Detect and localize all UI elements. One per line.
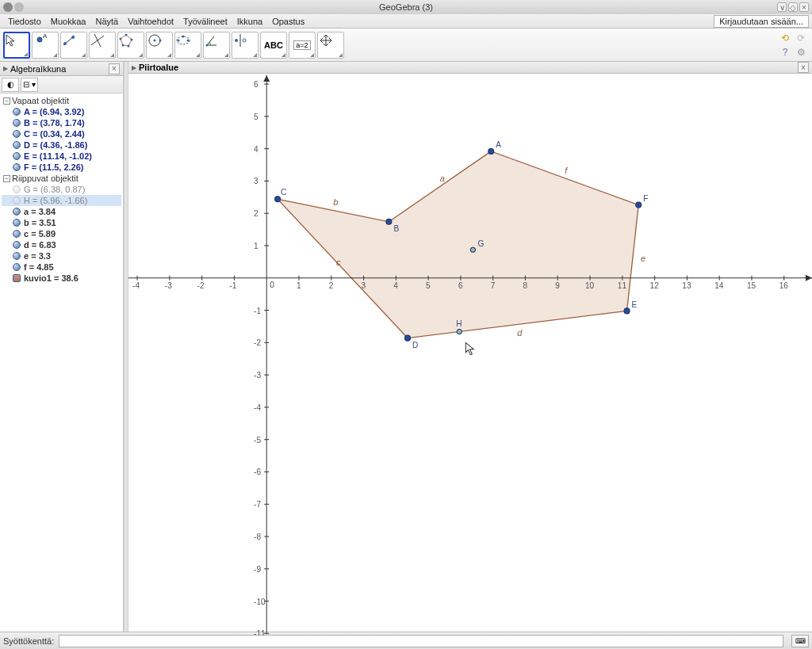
input-field[interactable] bbox=[59, 635, 783, 647]
menu-vaihtoehdot[interactable]: Vaihtoehdot bbox=[123, 17, 178, 26]
tick-label-x: 2 bbox=[329, 281, 334, 290]
menu-tyovalineet[interactable]: Työvälineet bbox=[178, 17, 232, 26]
visibility-icon[interactable] bbox=[13, 141, 21, 149]
menu-tiedosto[interactable]: Tiedosto bbox=[3, 17, 46, 26]
visibility-icon[interactable] bbox=[13, 263, 21, 271]
visibility-icon[interactable] bbox=[13, 219, 21, 227]
redo-icon[interactable]: ⟳ bbox=[795, 32, 807, 44]
tool-perpendicular[interactable] bbox=[89, 32, 116, 59]
tree-group[interactable]: −Vapaat objektit bbox=[2, 95, 121, 106]
tree-item[interactable]: C = (0.34, 2.44) bbox=[2, 128, 121, 139]
undo-icon[interactable]: ⟲ bbox=[779, 32, 791, 44]
graphics-panel-header[interactable]: ▶ Piirtoalue × bbox=[128, 62, 812, 74]
tool-move[interactable] bbox=[3, 32, 30, 59]
visibility-icon[interactable] bbox=[13, 163, 21, 171]
edge-label: a bbox=[440, 174, 445, 183]
point-label: H bbox=[456, 319, 462, 328]
tool-polygon[interactable] bbox=[117, 32, 144, 59]
tree-item[interactable]: a = 3.84 bbox=[2, 206, 121, 217]
signin-button[interactable]: Kirjaudutaan sisään... bbox=[714, 15, 809, 28]
graphics-panel-title: Piirtoalue bbox=[139, 63, 178, 72]
menu-muokkaa[interactable]: Muokkaa bbox=[46, 17, 91, 26]
visibility-icon[interactable] bbox=[13, 152, 21, 160]
window-minimize-icon[interactable] bbox=[14, 2, 24, 12]
tree-group[interactable]: −Riippuvat objektit bbox=[2, 173, 121, 184]
polygon[interactable] bbox=[278, 151, 638, 338]
settings-icon[interactable]: ⚙ bbox=[795, 46, 807, 59]
tool-text[interactable]: ABC bbox=[260, 32, 287, 59]
tool-line[interactable] bbox=[60, 32, 87, 59]
point-D[interactable] bbox=[405, 335, 411, 341]
algebra-close-icon[interactable]: × bbox=[109, 63, 120, 74]
menu-ikkuna[interactable]: Ikkuna bbox=[232, 17, 267, 26]
point-C[interactable] bbox=[275, 197, 281, 202]
point-G[interactable] bbox=[470, 247, 475, 252]
svg-point-3 bbox=[63, 42, 67, 45]
tree-expander-icon[interactable]: − bbox=[3, 175, 10, 182]
visibility-icon[interactable] bbox=[13, 130, 21, 138]
point-H[interactable] bbox=[457, 329, 462, 334]
tree-item[interactable]: E = (11.14, -1.02) bbox=[2, 151, 121, 162]
algebra-sort-dropdown[interactable]: ⊟ ▾ bbox=[21, 78, 38, 92]
tool-angle[interactable] bbox=[203, 32, 230, 59]
tree-item[interactable]: G = (6.38, 0.87) bbox=[2, 184, 121, 195]
tool-reflect[interactable] bbox=[232, 32, 259, 59]
svg-point-11 bbox=[122, 44, 124, 46]
graphics-close-icon[interactable]: × bbox=[798, 62, 809, 73]
graphics-canvas[interactable]: -4-3-2-1012345678910111213141516-11-10-9… bbox=[128, 74, 812, 636]
tree-item[interactable]: D = (4.36, -1.86) bbox=[2, 139, 121, 151]
tool-point[interactable]: A bbox=[32, 32, 59, 59]
tree-item[interactable]: d = 6.83 bbox=[2, 239, 121, 250]
visibility-icon[interactable] bbox=[13, 230, 21, 238]
point-label: G bbox=[477, 239, 484, 248]
tree-item[interactable]: A = (6.94, 3.92) bbox=[2, 106, 121, 117]
tree-item[interactable]: H = (5.96, -1.66) bbox=[2, 195, 121, 206]
point-A[interactable] bbox=[488, 148, 494, 154]
tool-conic[interactable] bbox=[174, 32, 201, 59]
window-close-icon[interactable]: × bbox=[799, 2, 809, 12]
tree-group-label: Riippuvat objektit bbox=[12, 174, 79, 183]
tree-item[interactable]: F = (11.5, 2.26) bbox=[2, 162, 121, 173]
visibility-icon[interactable] bbox=[13, 208, 21, 216]
window-min-icon[interactable]: ∨ bbox=[777, 2, 787, 12]
menu-opastus[interactable]: Opastus bbox=[267, 17, 309, 26]
tree-item[interactable]: B = (3.78, 1.74) bbox=[2, 117, 121, 128]
visibility-icon[interactable] bbox=[13, 108, 21, 116]
menu-nayta[interactable]: Näytä bbox=[90, 17, 123, 26]
tick-label-x: 6 bbox=[458, 281, 463, 290]
point-E[interactable] bbox=[624, 308, 630, 314]
help-icon[interactable]: ? bbox=[779, 46, 791, 59]
tree-item[interactable]: kuvio1 = 38.6 bbox=[2, 273, 121, 284]
tree-item[interactable]: e = 3.3 bbox=[2, 250, 121, 262]
window-title: GeoGebra (3) bbox=[379, 2, 433, 12]
y-axis-arrow bbox=[263, 75, 270, 82]
window-menu-icon[interactable] bbox=[3, 2, 13, 12]
visibility-icon[interactable] bbox=[13, 185, 21, 193]
point-label: C bbox=[281, 188, 286, 197]
tree-item-label: C = (0.34, 2.44) bbox=[24, 129, 85, 139]
tree-item[interactable]: c = 5.89 bbox=[2, 228, 121, 239]
visibility-icon[interactable] bbox=[13, 274, 21, 282]
tree-item-label: f = 4.85 bbox=[24, 262, 54, 272]
algebra-aux-toggle[interactable]: ◐ bbox=[2, 78, 19, 92]
tree-item-label: kuvio1 = 38.6 bbox=[24, 273, 79, 283]
tool-slider[interactable]: a=2 bbox=[289, 32, 316, 59]
visibility-icon[interactable] bbox=[13, 252, 21, 260]
svg-point-14 bbox=[154, 39, 156, 41]
algebra-panel-header[interactable]: ▶ Algebraìkkuna × bbox=[0, 62, 123, 76]
point-B[interactable] bbox=[386, 219, 392, 224]
tree-item[interactable]: b = 3.51 bbox=[2, 217, 121, 228]
tree-expander-icon[interactable]: − bbox=[3, 97, 10, 105]
visibility-icon[interactable] bbox=[13, 197, 21, 204]
tree-item[interactable]: f = 4.85 bbox=[2, 262, 121, 273]
visibility-icon[interactable] bbox=[13, 241, 21, 249]
graphics-collapse-icon[interactable]: ▶ bbox=[132, 64, 136, 71]
keyboard-icon[interactable]: ⌨ bbox=[791, 635, 809, 647]
panel-collapse-icon[interactable]: ▶ bbox=[3, 65, 8, 72]
tool-translate[interactable] bbox=[317, 32, 344, 59]
window-max-icon[interactable]: ◇ bbox=[788, 2, 798, 12]
algebra-tree[interactable]: −Vapaat objektitA = (6.94, 3.92)B = (3.7… bbox=[0, 94, 123, 632]
tool-circle[interactable] bbox=[146, 32, 173, 59]
visibility-icon[interactable] bbox=[13, 119, 21, 127]
point-F[interactable] bbox=[636, 202, 642, 208]
